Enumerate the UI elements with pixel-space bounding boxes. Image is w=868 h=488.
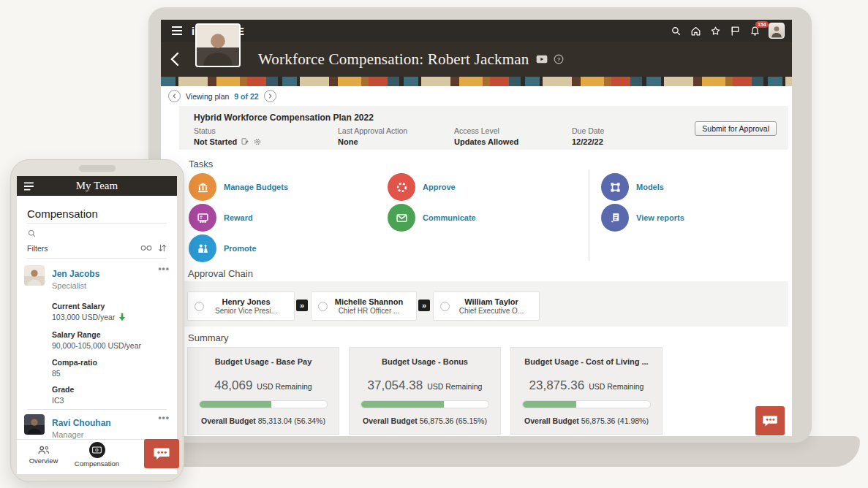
employee-name-link[interactable]: Jen Jacobs Specialist: [52, 267, 99, 290]
next-plan-button[interactable]: [264, 90, 276, 102]
budget-progress-fill: [523, 401, 576, 408]
approver-title: Chief HR Officer ...: [328, 307, 410, 315]
overflow-menu-icon[interactable]: •••: [158, 413, 170, 423]
compensation-icon: [89, 442, 105, 458]
favorites-star-icon[interactable]: [709, 25, 722, 37]
employee-name-link[interactable]: Ravi Chouhan Manager: [52, 416, 111, 439]
remaining-unit: USD Remaining: [427, 382, 482, 391]
task-models[interactable]: Models: [601, 173, 777, 201]
filters-row: Filters: [27, 243, 167, 253]
approver-card[interactable]: William Taylor Chief Executive O...: [433, 291, 540, 321]
approver-card[interactable]: Henry Jones Senior Vice Presi...: [187, 291, 295, 321]
chain-next-icon: »: [418, 300, 430, 311]
approver-radio[interactable]: [195, 302, 204, 311]
search-icon[interactable]: [27, 229, 37, 238]
flag-icon[interactable]: [729, 25, 741, 37]
overall-budget-label: Overall Budget: [201, 416, 256, 425]
filters-label: Filters: [27, 244, 48, 253]
plan-title: Hybrid Workforce Compensation Plan 2022: [194, 113, 374, 123]
status-field: Status Not Started: [194, 126, 262, 146]
phone-section-title: Compensation: [27, 207, 98, 220]
task-reward[interactable]: Reward: [189, 204, 364, 232]
budget-card-bonus: Budget Usage - Bonus 37,054.38 USD Remai…: [349, 347, 501, 435]
plan-summary-panel: Hybrid Workforce Compensation Plan 2022 …: [179, 106, 788, 150]
tasks-divider: [589, 169, 589, 261]
budget-progress-track: [522, 400, 651, 408]
task-communicate[interactable]: Communicate: [388, 204, 563, 232]
field-label: Compa-ratio: [52, 358, 97, 367]
chat-bubble-icon: [761, 411, 780, 430]
menu-icon[interactable]: [171, 26, 183, 36]
reward-board-icon: [189, 204, 216, 232]
budget-progress-fill: [361, 401, 444, 408]
summary-header[interactable]: Summary: [179, 332, 229, 343]
employee-avatar: [24, 265, 45, 286]
task-view-reports[interactable]: View reports: [601, 204, 777, 232]
task-label: View reports: [636, 213, 684, 222]
task-label: Communicate: [423, 213, 476, 222]
back-chevron-icon[interactable]: [170, 52, 179, 66]
overall-budget-label: Overall Budget: [363, 416, 418, 425]
user-avatar[interactable]: [769, 23, 785, 39]
field-label: Salary Range: [52, 330, 101, 339]
status-settings-icon[interactable]: [253, 137, 262, 146]
nav-tab-compensation[interactable]: Compensation: [70, 440, 124, 469]
overflow-menu-icon[interactable]: •••: [158, 264, 170, 274]
remaining-amount: 23,875.36: [529, 378, 585, 393]
task-manage-budgets[interactable]: Manage Budgets: [189, 173, 364, 201]
previous-plan-button[interactable]: [168, 90, 181, 102]
report-scroll-icon: [601, 204, 629, 232]
employee-photo: [195, 23, 241, 67]
search-icon[interactable]: [670, 25, 682, 37]
chat-fab[interactable]: [144, 439, 179, 468]
divider: [27, 258, 167, 259]
approver-radio[interactable]: [318, 302, 328, 311]
people-up-icon: [189, 235, 216, 262]
dotted-circle-icon: [388, 173, 415, 201]
approver-title: Senior Vice Presi...: [204, 307, 288, 315]
budget-progress-fill: [200, 401, 271, 408]
envelope-icon: [388, 204, 415, 232]
phone-screen: My Team Compensation Filters: [17, 176, 177, 474]
task-label: Reward: [224, 213, 253, 222]
nav-tab-overview[interactable]: Overview: [17, 440, 70, 469]
due-date-field: Due Date 12/22/22: [572, 126, 604, 146]
task-label: Manage Budgets: [224, 183, 288, 191]
approval-chain-header[interactable]: Approval Chain: [179, 268, 253, 279]
submit-for-approval-button[interactable]: Submit for Approval: [695, 121, 777, 136]
phone-speaker: [79, 165, 116, 172]
phone-app-header: My Team: [17, 176, 177, 196]
app-topbar: iNSPiRE 154: [161, 20, 792, 42]
budget-card-title: Budget Usage - Base Pay: [188, 357, 339, 366]
approver-name: William Taylor: [450, 297, 533, 306]
home-icon[interactable]: [690, 25, 702, 37]
field-value: 90,000-105,000 USD/year: [52, 341, 141, 350]
edit-status-icon[interactable]: [241, 137, 249, 146]
access-level-field: Access Level Updates Allowed: [454, 126, 518, 146]
preview-glasses-icon[interactable]: [140, 244, 152, 252]
chat-fab[interactable]: [755, 406, 785, 435]
budget-progress-track: [361, 400, 489, 408]
divider: [27, 223, 167, 224]
overall-budget-value: 56,875.36 (41.98%): [581, 416, 649, 425]
employee-role: Specialist: [52, 281, 99, 290]
chat-bubble-icon: [151, 443, 173, 464]
help-icon[interactable]: ?: [554, 54, 564, 64]
remaining-unit: USD Remaining: [257, 382, 312, 391]
field-label: Current Salary: [52, 302, 105, 310]
sort-icon[interactable]: [158, 243, 167, 253]
page-banner: Workforce Compensation: Robert Jackman ?: [161, 42, 792, 77]
task-approve[interactable]: Approve: [388, 173, 563, 201]
approver-radio[interactable]: [440, 302, 450, 311]
field-label: Grade: [52, 385, 74, 394]
field-value: IC3: [52, 396, 64, 405]
bank-icon: [189, 173, 216, 201]
task-promote[interactable]: Promote: [189, 235, 364, 262]
approver-name: Henry Jones: [204, 297, 288, 306]
approver-title: Chief Executive O...: [450, 307, 533, 315]
banner-pattern-strip: [161, 77, 792, 86]
menu-icon[interactable]: [23, 182, 34, 191]
notifications-bell-icon[interactable]: 154: [749, 25, 761, 37]
approver-card[interactable]: Michelle Shannon Chief HR Officer ...: [311, 291, 417, 321]
video-icon[interactable]: [536, 55, 548, 64]
